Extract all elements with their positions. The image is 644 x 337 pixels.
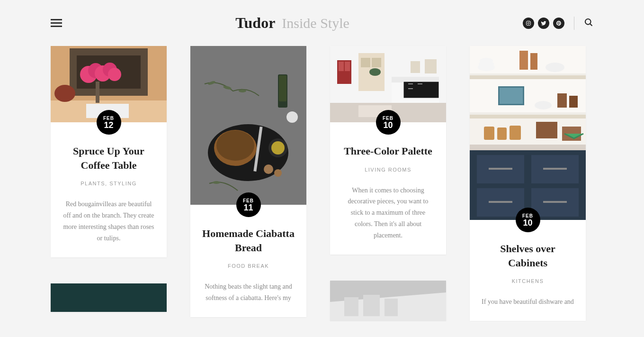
svg-point-26 xyxy=(264,164,273,174)
svg-rect-86 xyxy=(543,168,567,170)
svg-rect-79 xyxy=(470,145,586,150)
date-day: 10 xyxy=(523,219,532,227)
svg-point-64 xyxy=(546,63,564,72)
svg-rect-42 xyxy=(372,58,381,67)
article-card xyxy=(330,281,446,321)
date-day: 12 xyxy=(104,121,113,129)
grid-column: FEB 10 Shelves over Cabinets KITCHENS If… xyxy=(470,46,586,321)
site-logo[interactable]: Tudor Inside Style xyxy=(235,14,349,32)
svg-rect-56 xyxy=(385,299,398,316)
card-body: Three-Color Palette LIVING ROOMS When it… xyxy=(330,122,446,255)
svg-rect-17 xyxy=(51,283,167,312)
svg-rect-70 xyxy=(557,93,567,108)
svg-rect-74 xyxy=(484,127,494,140)
svg-rect-33 xyxy=(279,75,286,101)
card-image[interactable]: FEB 12 xyxy=(51,46,167,122)
category-link[interactable]: KITCHENS xyxy=(512,278,544,284)
card-categories: PLANTS, STYLING xyxy=(62,181,155,186)
svg-rect-71 xyxy=(569,96,578,108)
twitter-icon[interactable] xyxy=(538,18,549,29)
svg-rect-75 xyxy=(497,128,507,140)
svg-point-69 xyxy=(535,101,552,109)
header-divider xyxy=(574,17,574,30)
svg-point-31 xyxy=(213,181,220,184)
date-month: FEB xyxy=(522,213,533,219)
card-excerpt: If you have beautiful dishware and xyxy=(481,296,574,308)
card-body: Spruce Up Your Coffee Table PLANTS, STYL… xyxy=(51,122,167,257)
svg-rect-14 xyxy=(96,82,99,103)
svg-rect-54 xyxy=(344,297,358,316)
date-month: FEB xyxy=(243,198,254,203)
header: Tudor Inside Style xyxy=(0,0,644,46)
svg-rect-77 xyxy=(536,122,557,138)
svg-point-15 xyxy=(54,85,75,102)
svg-point-27 xyxy=(274,169,282,177)
svg-rect-68 xyxy=(500,88,523,104)
svg-rect-88 xyxy=(543,201,567,203)
category-link[interactable]: FOOD BREAK xyxy=(228,263,269,269)
date-month: FEB xyxy=(103,116,114,121)
card-title[interactable]: Spruce Up Your Coffee Table xyxy=(62,144,155,172)
svg-point-22 xyxy=(216,130,254,161)
svg-rect-38 xyxy=(339,62,344,71)
svg-line-4 xyxy=(590,24,592,26)
logo-main: Tudor xyxy=(235,14,275,32)
menu-button[interactable] xyxy=(51,17,62,29)
category-link[interactable]: LIVING ROOMS xyxy=(365,167,411,173)
date-badge: FEB 10 xyxy=(516,208,540,232)
svg-rect-72 xyxy=(470,115,586,118)
logo-tagline: Inside Style xyxy=(282,15,349,31)
card-image[interactable] xyxy=(51,283,167,312)
article-card: FEB 10 Shelves over Cabinets KITCHENS If… xyxy=(470,46,586,321)
svg-rect-48 xyxy=(411,61,420,73)
svg-rect-39 xyxy=(345,62,350,71)
svg-point-2 xyxy=(529,21,530,22)
svg-rect-87 xyxy=(489,201,512,203)
search-button[interactable] xyxy=(584,18,593,29)
instagram-icon[interactable] xyxy=(523,18,534,29)
grid-column: FEB 12 Spruce Up Your Coffee Table PLANT… xyxy=(51,46,167,312)
article-card: FEB 10 Three-Color Palette LIVING ROOMS … xyxy=(330,46,446,255)
posts-grid: FEB 12 Spruce Up Your Coffee Table PLANT… xyxy=(0,46,644,321)
card-title[interactable]: Shelves over Cabinets xyxy=(481,242,574,270)
date-badge: FEB 11 xyxy=(236,192,261,217)
card-image[interactable]: FEB 10 xyxy=(330,46,446,122)
date-badge: FEB 10 xyxy=(376,110,401,135)
card-excerpt: When it comes to choosing decorative pie… xyxy=(341,185,435,241)
card-image[interactable] xyxy=(330,281,446,321)
svg-rect-66 xyxy=(470,79,586,112)
svg-rect-41 xyxy=(361,58,370,67)
card-title[interactable]: Homemade Ciabatta Bread xyxy=(202,227,295,255)
svg-rect-62 xyxy=(519,51,528,70)
category-link[interactable]: STYLING xyxy=(109,181,137,186)
svg-rect-55 xyxy=(363,295,380,316)
card-image[interactable]: FEB 10 xyxy=(470,46,586,220)
date-month: FEB xyxy=(383,116,394,121)
svg-point-34 xyxy=(286,111,298,123)
pinterest-icon[interactable] xyxy=(553,18,564,29)
card-body: Shelves over Cabinets KITCHENS If you ha… xyxy=(470,220,586,321)
svg-point-30 xyxy=(239,90,246,92)
category-link[interactable]: PLANTS xyxy=(80,181,105,186)
card-excerpt: Nothing beats the slight tang and softne… xyxy=(202,281,295,304)
svg-point-3 xyxy=(585,18,591,24)
date-day: 11 xyxy=(243,203,253,212)
card-categories: FOOD BREAK xyxy=(202,263,295,269)
card-categories: LIVING ROOMS xyxy=(341,167,435,173)
svg-point-1 xyxy=(528,22,529,24)
card-body: Homemade Ciabatta Bread FOOD BREAK Nothi… xyxy=(190,205,306,317)
card-title[interactable]: Three-Color Palette xyxy=(341,144,435,158)
article-card xyxy=(51,283,167,312)
card-image[interactable]: FEB 11 xyxy=(190,46,306,205)
svg-rect-65 xyxy=(470,75,586,79)
date-badge: FEB 12 xyxy=(97,110,121,135)
svg-point-50 xyxy=(369,68,381,76)
svg-rect-76 xyxy=(510,126,521,140)
article-card: FEB 11 Homemade Ciabatta Bread FOOD BREA… xyxy=(190,46,306,317)
article-card: FEB 12 Spruce Up Your Coffee Table PLANT… xyxy=(51,46,167,257)
svg-rect-63 xyxy=(530,53,537,70)
svg-point-25 xyxy=(271,141,285,155)
grid-column: FEB 10 Three-Color Palette LIVING ROOMS … xyxy=(330,46,446,321)
svg-point-13 xyxy=(108,68,121,81)
header-right xyxy=(523,17,593,30)
